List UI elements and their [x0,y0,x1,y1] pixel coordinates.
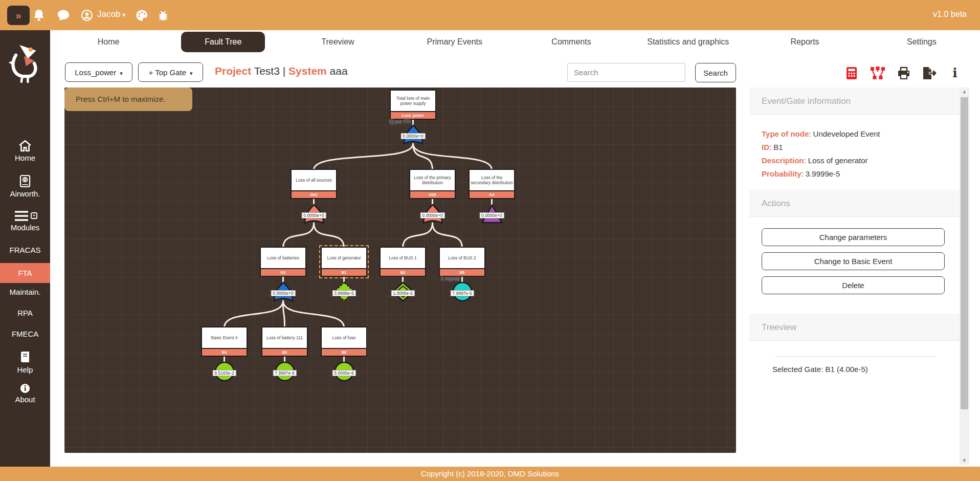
info-row-description: Description: Loss of generator [762,154,947,167]
calculate-icon[interactable] [845,67,858,80]
scrollbar-thumb[interactable] [961,97,968,409]
sidebar-item-fracas[interactable]: FRACAS [0,246,50,254]
sidebar-item-help[interactable]: Help [0,351,50,374]
tab-comments[interactable]: Comments [513,32,630,52]
node-probability-badge: 9.5163e-2 [212,370,236,376]
tree-node-G22[interactable]: Loss of all sourcesG220.0000e+0 [291,169,337,199]
sidebar: Home Airworth. Modules FRACAS FTA Mainta… [0,30,50,467]
tab-home[interactable]: Home [50,32,167,52]
node-probability-badge: 0.0000e+0 [271,290,295,296]
panel-scrollbar[interactable]: ▲ ▼ [960,88,969,465]
project-name: Test3 [254,65,280,77]
node-label: Loss of generator [321,247,367,269]
fault-tree-canvas[interactable]: Press Ctrl+M to maximize. Total loss of … [64,88,736,453]
chevron-down-icon: ▾ [120,70,123,76]
scroll-down-arrow[interactable]: ▼ [960,456,969,465]
sidebar-item-rpa[interactable]: RPA [0,309,50,317]
node-label: Loss of battery 111 [261,326,308,349]
node-label: Loss of BUS 2 [439,247,485,269]
tab-reports[interactable]: Reports [746,32,863,52]
actions-block: Change parameters Change to Basic Event … [749,217,969,314]
node-probability-badge: 3.9999e-5 [332,290,355,296]
node-note: 1 repeat [441,276,460,281]
node-label: Loss of BUS 1 [380,247,426,269]
info-row-type: Type of node: Undeveloped Event [762,127,947,141]
treeview-block: Selected Gate: B1 (4.00e-5) [749,356,960,374]
node-probability-badge: 0.0000e+0 [301,212,326,218]
search-button[interactable]: Search [695,63,736,82]
tree-node-G1[interactable]: Loss of batteriesG10.0000e+0 [260,247,306,277]
notifications-bell-icon[interactable] [32,8,46,23]
node-id-tag: B2 [380,269,426,277]
node-id-tag: B4 [201,349,248,357]
event-gate-panel: Event/Gate information Type of node: Und… [749,88,969,465]
tree-node-B1[interactable]: Loss of generatorB13.9999e-5 [321,247,367,277]
tab-settings[interactable]: Settings [863,32,980,52]
node-probability-badge: 0.0000e+0 [420,212,444,218]
node-id-tag: B1 [321,269,367,277]
tab-treeview[interactable]: Treeview [279,32,396,52]
add-top-gate-dropdown[interactable]: + Top Gate▾ [138,62,203,82]
airworthiness-book-icon [19,174,31,188]
sidebar-item-about[interactable]: About [0,383,50,404]
node-label: Loss of fuse [321,326,367,349]
node-label: Loss of the secondary distribution [469,169,515,191]
app-logo-bird [7,41,43,84]
panel-header-info: Event/Gate information [749,88,960,115]
fta-toolbar: Loss_power▾ + Top Gate▾ Project Test3 | … [50,54,980,88]
diagram-icon[interactable] [870,67,886,80]
node-label: Loss of batteries [260,247,306,269]
event-info-block: Type of node: Undeveloped Event ID: B1 D… [749,115,960,190]
bug-report-icon[interactable] [156,8,170,23]
search-input[interactable] [567,63,685,82]
user-menu[interactable]: Jacob▾ [94,9,125,19]
export-icon[interactable] [922,67,937,80]
print-icon[interactable] [897,67,910,80]
user-avatar-icon[interactable] [81,9,93,21]
chevron-down-icon: ▾ [122,11,125,18]
help-book-icon [19,351,31,364]
tab-statistics-graphics[interactable]: Statistics and graphics [630,32,746,52]
tree-node-B5[interactable]: Loss of BUS 2B51 repeat7.9997e-5 [439,247,485,277]
info-row-id: ID: B1 [762,141,947,154]
info-icon[interactable]: i [948,67,962,80]
node-label: Total loss of main power supply [390,90,436,112]
info-icon [20,383,30,393]
tree-node-G33[interactable]: Loss of the primary distributionG330.000… [409,169,456,199]
tree-node-top[interactable]: Total loss of main power supplyLoss_powe… [390,90,436,120]
modules-menu-icon [13,210,37,222]
sidebar-item-fta[interactable]: FTA [0,263,50,283]
tree-node-G4[interactable]: Loss of the secondary distributionG40.00… [469,169,515,199]
node-note: Q per FH [389,119,410,124]
change-parameters-button[interactable]: Change parameters [762,228,945,246]
node-label: Loss of the primary distribution [409,169,456,191]
chat-icon[interactable] [56,8,71,23]
sidebar-item-home[interactable]: Home [0,140,50,162]
panel-header-treeview: Treeview [749,314,960,341]
tree-node-B4[interactable]: Basic Event 4B49.5163e-2 [201,326,248,357]
tree-select-dropdown[interactable]: Loss_power▾ [65,62,132,82]
sidebar-item-airworthiness[interactable]: Airworth. [0,174,50,198]
info-row-probability: Probability: 3.9999e-5 [762,167,947,181]
delete-button[interactable]: Delete [762,276,945,294]
scroll-up-arrow[interactable]: ▲ [960,88,969,96]
home-icon [18,140,32,152]
tree-node-B8[interactable]: Loss of fuseB85.0000e-6 [321,326,367,357]
theme-palette-icon[interactable] [135,8,149,23]
change-to-basic-event-button[interactable]: Change to Basic Event [762,252,945,270]
node-label: Loss of all sources [291,169,337,191]
chevron-down-icon: ▾ [190,70,193,76]
tab-fault-tree[interactable]: Fault Tree [181,32,265,52]
tree-node-B2[interactable]: Loss of BUS 1B21.0000e-5 [380,247,426,277]
node-id-tag: G33 [409,191,456,199]
tab-primary-events[interactable]: Primary Events [396,32,513,52]
system-name: aaa [330,65,348,77]
sidebar-item-fmeca[interactable]: FMECA [0,330,50,338]
node-label: Basic Event 4 [201,326,248,349]
sidebar-item-modules[interactable]: Modules [0,210,50,232]
tree-node-B3[interactable]: Loss of battery 111B37.9997e-5 [261,326,308,357]
node-id-tag: G22 [291,191,337,199]
sidebar-collapse-button[interactable]: » [7,6,30,25]
main-nav-tabs: Home Fault Tree Treeview Primary Events … [50,30,980,54]
sidebar-item-maintain[interactable]: Maintain. [0,288,50,296]
